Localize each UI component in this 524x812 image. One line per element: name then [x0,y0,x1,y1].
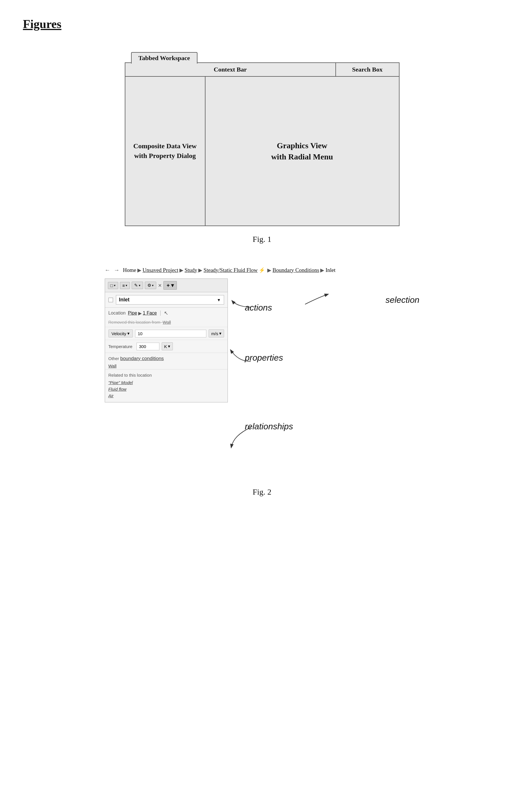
view-dropdown-arrow: ▾ [114,283,116,287]
composite-data-view-label: Composite Data View with Property Dialog [133,141,197,161]
other-bc-section: Other boundary conditions [105,353,228,363]
breadcrumb-study[interactable]: Study [184,267,197,273]
graphics-view: Graphics View with Radial Menu [206,77,399,226]
figures-heading: Figures [23,17,501,31]
breadcrumb-inlet: Inlet [325,267,335,273]
breadcrumb-unsaved-project[interactable]: Unsaved Project [143,267,178,273]
bc-wall-item: Wall [105,363,228,369]
inlet-title: Inlet [119,297,130,303]
breadcrumb-steady-flow[interactable]: Steady/Static Fluid Flow [203,267,258,273]
workspace-body: Composite Data View with Property Dialog… [125,77,399,226]
temperature-input[interactable] [136,343,159,350]
velocity-unit-button[interactable]: m/s ▾ [209,329,224,338]
plus-icon: + [167,282,170,288]
temperature-unit-button[interactable]: K ▾ [162,342,173,350]
breadcrumb-home[interactable]: Home [123,267,136,273]
context-bar-row: Context Bar Search Box [125,63,399,77]
removed-wall-link[interactable]: Wall [163,320,171,325]
edit-icon: ✎ [134,283,138,288]
velocity-unit: m/s [211,331,218,336]
properties-label: properties [245,353,283,362]
back-arrow[interactable]: ← [105,267,111,273]
related-label: Related to this location [109,373,152,377]
toolbar-row: □ ▾ ≡ ▾ ✎ ▾ ⚙ ▾ [105,279,228,292]
list-icon: ≡ [122,283,125,288]
face-link[interactable]: 1 Face [143,311,157,316]
location-divider [160,311,161,316]
inlet-checkbox[interactable] [109,298,113,302]
related-fluid-flow-link[interactable]: Fluid flow [109,387,127,392]
related-item-0: "Pipe" Model [105,379,228,386]
related-item-1: Fluid flow [105,386,228,392]
breadcrumb-sep-1: ▶ [137,267,141,273]
related-air-link[interactable]: Air [109,393,114,398]
velocity-dropdown-arrow: ▾ [127,331,130,336]
add-button[interactable]: + ▾ [163,281,177,290]
inlet-header-row: Inlet ▼ [105,292,228,308]
velocity-label: Velocity [112,331,127,336]
related-pipe-model-link[interactable]: "Pipe" Model [109,380,133,385]
edit-dropdown-arrow: ▾ [139,283,141,287]
fig2-inner: ← → Home ▶ Unsaved Project ▶ Study ▶ Ste… [105,267,420,479]
gear-icon: ⚙ [147,283,151,288]
cursor-icon: ↖ [164,310,168,316]
inlet-dropdown[interactable]: Inlet ▼ [116,295,224,305]
bc-wall-link[interactable]: Wall [109,363,117,368]
close-icon: ✕ [158,283,162,288]
graphics-view-label: Graphics View with Radial Menu [271,140,333,162]
breadcrumb-sep-2: ▶ [179,267,183,273]
velocity-row: Velocity ▾ m/s ▾ [105,327,228,340]
selection-label: selection [386,295,419,305]
velocity-unit-arrow: ▾ [219,331,222,336]
settings-dropdown-arrow: ▾ [152,283,154,287]
velocity-button[interactable]: Velocity ▾ [109,329,133,338]
close-button[interactable]: ✕ [158,283,162,288]
other-bc-link[interactable]: boundary conditions [120,356,164,361]
fig2-caption: Fig. 2 [253,487,271,497]
temperature-row: Temperature K ▾ [105,340,228,353]
search-box[interactable]: Search Box [336,63,399,76]
temperature-unit-arrow: ▾ [168,344,170,349]
removed-notice: Removed this location from Wall [105,319,228,327]
tabbed-workspace: Tabbed Workspace Context Bar Search Box … [125,62,399,226]
breadcrumb-boundary-conditions[interactable]: Boundary Conditions [273,267,319,273]
breadcrumb: ← → Home ▶ Unsaved Project ▶ Study ▶ Ste… [105,267,420,273]
annotation-properties: properties [245,353,283,363]
property-panel: □ ▾ ≡ ▾ ✎ ▾ ⚙ ▾ [105,278,228,402]
breadcrumb-sep-5: ▶ [320,267,324,273]
annotation-selection: selection [386,295,419,305]
actions-label: actions [245,303,272,312]
location-pipe-face: Pipe ▶ 1 Face [128,311,157,316]
location-row: Location Pipe ▶ 1 Face ↖ [105,308,228,319]
list-button[interactable]: ≡ ▾ [120,282,130,289]
pipe-link[interactable]: Pipe [128,311,137,316]
context-bar: Context Bar [125,63,336,76]
relationships-label: relationships [245,422,293,431]
temperature-unit: K [164,344,167,349]
edit-button[interactable]: ✎ ▾ [132,282,143,289]
related-section: Related to this location [105,369,228,379]
forward-arrow[interactable]: → [114,267,120,273]
add-dropdown-arrow: ▾ [171,282,174,288]
location-label: Location [109,311,126,316]
other-bc-text: Other [109,356,120,361]
temperature-label: Temperature [109,344,134,349]
view-icon: □ [111,283,113,288]
settings-button[interactable]: ⚙ ▾ [145,282,156,289]
list-dropdown-arrow: ▾ [126,283,127,287]
breadcrumb-sep-3: ▶ [198,267,202,273]
fig1-container: Tabbed Workspace Context Bar Search Box … [23,48,501,244]
composite-data-view: Composite Data View with Property Dialog [125,77,206,226]
tab-label: Tabbed Workspace [131,52,197,64]
lightning-icon: ⚡ [259,267,265,273]
view-button[interactable]: □ ▾ [108,282,118,289]
pipe-sep: ▶ [138,311,142,316]
fig2-container: ← → Home ▶ Unsaved Project ▶ Study ▶ Ste… [23,267,501,497]
related-item-2: Air [105,392,228,402]
annotation-relationships: relationships [245,422,293,431]
velocity-input[interactable] [135,330,206,338]
breadcrumb-sep-4: ▶ [267,267,271,273]
inlet-dropdown-arrow: ▼ [217,298,221,302]
fig1-caption: Fig. 1 [253,235,271,244]
removed-text: Removed this location from [109,320,161,325]
